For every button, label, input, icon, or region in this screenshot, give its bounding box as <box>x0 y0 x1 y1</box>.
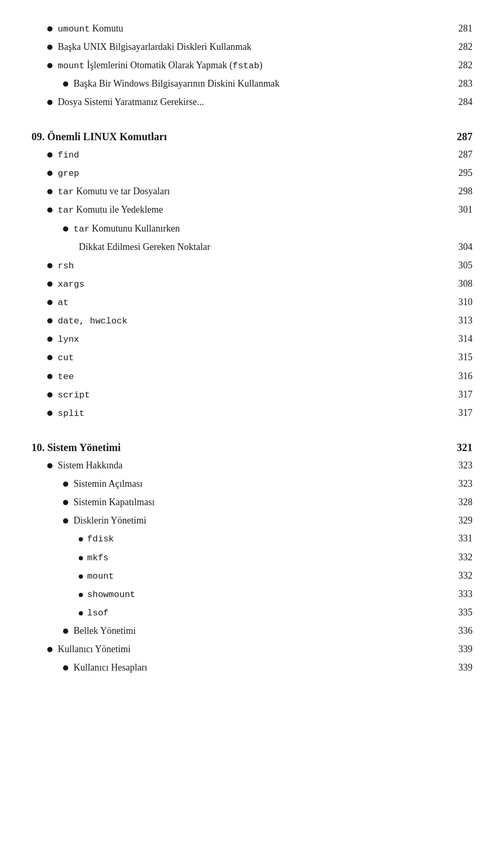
toc-entry-left: fdisk <box>32 531 446 546</box>
toc-entry-left: Sistemin Açılması <box>32 476 446 492</box>
toc-entry-kullanici-hesaplari: Kullanıcı Hesapları339 <box>32 660 472 675</box>
bullet-icon <box>79 537 83 541</box>
toc-page-number: 317 <box>446 405 472 421</box>
toc-entry-left: split <box>32 405 446 421</box>
toc-entry-left: Sistem Hakkında <box>32 458 446 473</box>
bullet-icon <box>63 518 68 524</box>
toc-label: lynx <box>58 331 79 347</box>
toc-entry-left: tar Komutu ve tar Dosyaları <box>32 184 446 199</box>
toc-label: tar Komutu ile Yedekleme <box>58 202 163 217</box>
toc-entry-tar-komutu: tar Komutu ve tar Dosyaları298 <box>32 184 472 199</box>
toc-entry-rsh: rsh305 <box>32 258 472 273</box>
toc-entry-left: tee <box>32 369 446 384</box>
bullet-icon <box>63 81 68 87</box>
toc-entry-baska-unix: Başka UNIX Bilgisayarlardaki Diskleri Ku… <box>32 39 472 55</box>
toc-entry-left: showmount <box>32 587 446 602</box>
toc-entry-left: date, hwclock <box>32 313 446 328</box>
toc-label: xargs <box>58 276 85 291</box>
toc-label: Sistemin Açılması <box>74 476 143 492</box>
toc-entry-left: Dosya Sistemi Yaratmanız Gerekirse... <box>32 95 446 110</box>
toc-entry-grep: grep295 <box>32 165 472 181</box>
toc-label: umount Komutu <box>58 21 123 36</box>
bullet-icon <box>47 392 52 398</box>
bullet-icon <box>79 611 83 615</box>
toc-page-number: 316 <box>446 369 472 384</box>
toc-page-number: 287 <box>446 147 472 162</box>
toc-entry-left: script <box>32 387 446 402</box>
toc-entry-umount: umount Komutu281 <box>32 21 472 36</box>
toc-entry-left: mount İşlemlerini Otomatik Olarak Yapmak… <box>32 58 446 73</box>
toc-entry-mkfs: mkfs332 <box>32 550 472 565</box>
bullet-icon <box>79 556 83 560</box>
toc-label: cut <box>58 350 74 365</box>
bullet-icon <box>47 463 52 468</box>
toc-container: umount Komutu281Başka UNIX Bilgisayarlar… <box>32 21 472 675</box>
toc-page-number: 339 <box>446 660 472 675</box>
bullet-icon <box>47 374 52 379</box>
toc-label: find <box>58 147 79 162</box>
toc-entry-left: find <box>32 147 446 162</box>
section-heading-left: 10. Sistem Yönetimi <box>32 442 121 454</box>
toc-page-number: 331 <box>446 531 472 546</box>
bullet-icon <box>47 171 52 176</box>
toc-entry-lsof: lsof335 <box>32 605 472 620</box>
spacer <box>32 424 472 432</box>
section-heading-section10: 10. Sistem Yönetimi321 <box>32 442 472 454</box>
toc-entry-kullanici-yonetimi: Kullanıcı Yönetimi339 <box>32 642 472 657</box>
toc-label: grep <box>58 165 79 181</box>
toc-label: tar Komutu ve tar Dosyaları <box>58 184 170 199</box>
toc-label: showmount <box>87 587 135 602</box>
bullet-icon <box>47 45 52 50</box>
toc-page-number: 329 <box>446 513 472 528</box>
bullet-icon <box>47 318 52 323</box>
bullet-icon <box>47 100 52 105</box>
toc-entry-mount-islemleri: mount İşlemlerini Otomatik Olarak Yapmak… <box>32 58 472 73</box>
bullet-icon <box>63 665 68 671</box>
bullet-icon <box>47 263 52 268</box>
toc-entry-left: lynx <box>32 331 446 347</box>
bullet-icon <box>47 355 52 360</box>
toc-page-number: 305 <box>446 258 472 273</box>
toc-page-number: 284 <box>446 95 472 110</box>
toc-page-number: 323 <box>446 458 472 473</box>
toc-entry-tar-komutunu: tar Komutunu Kullanırken <box>32 221 472 236</box>
toc-page-number: 339 <box>446 642 472 657</box>
section-num: 10. <box>32 442 45 453</box>
toc-page-number: 308 <box>446 276 472 291</box>
toc-entry-tar-komutu-ile: tar Komutu ile Yedekleme301 <box>32 202 472 217</box>
section-page: 287 <box>446 131 472 143</box>
toc-entry-baska-windows: Başka Bir Windows Bilgisayarının Diskini… <box>32 76 472 91</box>
toc-page-number: 281 <box>446 21 472 36</box>
bullet-icon <box>47 281 52 287</box>
toc-entry-sistem-hakkinda: Sistem Hakkında323 <box>32 458 472 473</box>
toc-entry-left: at <box>32 295 446 310</box>
toc-entry-left: grep <box>32 165 446 181</box>
toc-entry-left: cut <box>32 350 446 365</box>
bullet-icon <box>47 300 52 305</box>
toc-entry-left: Disklerin Yönetimi <box>32 513 446 528</box>
toc-page-number: 332 <box>446 550 472 565</box>
toc-page-number: 314 <box>446 331 472 347</box>
toc-label: script <box>58 387 90 402</box>
toc-entry-left: umount Komutu <box>32 21 446 36</box>
toc-label: split <box>58 405 85 421</box>
toc-entry-at: at310 <box>32 295 472 310</box>
section-heading-left: 09. Önemli LINUX Komutları <box>32 131 167 143</box>
toc-label: mount İşlemlerini Otomatik Olarak Yapmak… <box>58 58 262 73</box>
toc-entry-script: script317 <box>32 387 472 402</box>
toc-page-number: 315 <box>446 350 472 365</box>
toc-page-number: 323 <box>446 476 472 492</box>
bullet-icon <box>47 207 52 213</box>
toc-label: tee <box>58 369 74 384</box>
toc-entry-left: Dikkat Edilmesi Gereken Noktalar <box>32 239 446 255</box>
bullet-icon <box>47 152 52 158</box>
bullet-icon <box>79 593 83 597</box>
section-title: Sistem Yönetimi <box>45 442 121 453</box>
toc-entry-date-hwclock: date, hwclock313 <box>32 313 472 328</box>
toc-page-number: 313 <box>446 313 472 328</box>
toc-label: Dikkat Edilmesi Gereken Noktalar <box>79 239 210 255</box>
toc-entry-left: Başka Bir Windows Bilgisayarının Diskini… <box>32 76 446 91</box>
toc-entry-left: lsof <box>32 605 446 620</box>
toc-label: Sistem Hakkında <box>58 458 123 473</box>
toc-label: Sistemin Kapatılması <box>74 495 155 510</box>
